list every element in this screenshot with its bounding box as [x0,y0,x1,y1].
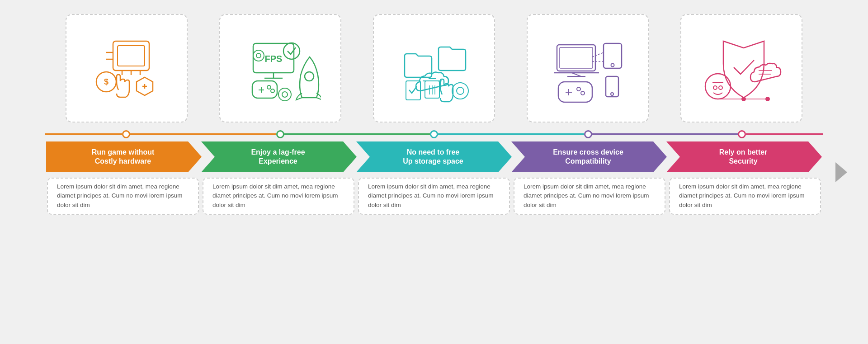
svg-rect-37 [560,47,593,68]
svg-point-47 [581,91,585,95]
svg-text:FPS: FPS [265,54,283,64]
desc-text-5: Lorem ipsum dolor sit dim amet, mea regi… [679,183,805,209]
line-1a [45,133,122,135]
card-1: $ [50,14,203,123]
line-5b [746,133,823,135]
svg-point-24 [283,43,300,59]
arrow-title-3b: Up storage space [403,157,463,165]
arrow-text-2: Enjoy a lag-free Experience [246,148,311,166]
dot-1 [122,130,130,138]
svg-point-21 [305,72,314,81]
svg-point-46 [577,87,580,91]
cards-row: $ FPS [14,14,854,123]
desc-text-4: Lorem ipsum dolor sit dim amet, mea regi… [524,183,649,209]
desc-text-3: Lorem ipsum dolor sit dim amet, mea regi… [368,183,494,209]
card-4 [511,14,665,123]
descriptions-row: Lorem ipsum dolor sit dim amet, mea regi… [45,178,823,215]
line-3 [438,133,584,135]
desc-text-2: Lorem ipsum dolor sit dim amet, mea regi… [212,183,338,209]
card-2: FPS [203,14,357,123]
icon-lagfree: FPS [240,28,321,109]
desc-box-3: Lorem ipsum dolor sit dim amet, mea regi… [358,178,510,215]
arrow-banner-1: Run game without Costly hardware [46,141,202,172]
icon-security [701,28,782,109]
icon-box-1: $ [66,14,188,123]
triangle-indicator [835,162,847,182]
arrow-title-5b: Security [729,157,757,165]
icon-hardware: $ [86,28,167,109]
arrow-title-4b: Compatibility [565,157,611,165]
dot-5 [738,130,746,138]
arrow-banner-3: No need to free Up storage space [356,141,512,172]
card-3 [357,14,511,123]
dot-3 [430,130,438,138]
svg-text:$: $ [104,77,108,86]
connectors-row [45,127,823,141]
icon-storage [393,28,475,109]
svg-point-28 [457,87,464,94]
arrow-banner-4: Ensure cross device Compatibility [511,141,667,172]
svg-point-60 [765,97,770,101]
line-1b [130,133,276,135]
svg-rect-36 [557,45,595,71]
icon-box-5 [680,14,802,123]
svg-rect-50 [606,76,618,97]
desc-box-4: Lorem ipsum dolor sit dim amet, mea regi… [514,178,665,215]
desc-box-2: Lorem ipsum dolor sit dim amet, mea regi… [203,178,354,215]
arrow-text-5: Rely on better Security [715,148,774,166]
triangle-arrow [835,162,847,182]
line-4 [592,133,738,135]
line-2 [284,133,430,135]
desc-box-1: Lorem ipsum dolor sit dim amet, mea regi… [47,178,199,215]
arrow-banner-2: Enjoy a lag-free Experience [201,141,357,172]
svg-point-22 [253,50,264,61]
svg-point-23 [256,53,261,58]
arrow-text-3: No need to free Up storage space [398,148,469,166]
icon-box-3 [373,14,495,123]
arrow-title-5: Rely on better [719,148,768,156]
icon-crossdevice [547,28,628,109]
arrow-text-4: Ensure cross device Compatibility [548,148,630,166]
icon-box-2: FPS [219,14,341,123]
arrow-text-1: Run game without Costly hardware [87,148,161,166]
arrow-banner-5: Rely on better Security [666,141,822,172]
arrow-title-1b: Costly hardware [95,157,151,165]
svg-rect-43 [558,82,592,102]
icon-box-4 [527,14,649,123]
arrow-title-1: Run game without [92,148,155,156]
svg-line-48 [592,52,604,57]
dot-2 [276,130,284,138]
dot-4 [584,130,592,138]
svg-point-51 [611,93,613,95]
svg-rect-41 [604,43,622,68]
desc-box-5: Lorem ipsum dolor sit dim amet, mea regi… [669,178,821,215]
svg-point-20 [271,89,274,93]
card-5 [665,14,818,123]
svg-point-26 [282,92,288,97]
arrow-title-3: No need to free [407,148,459,156]
svg-point-52 [705,74,731,99]
svg-point-19 [267,85,271,89]
arrows-row: Run game without Costly hardware Enjoy a… [45,141,823,172]
svg-point-55 [719,86,722,90]
arrow-title-4: Ensure cross device [553,148,623,156]
svg-point-25 [278,88,291,101]
desc-text-1: Lorem ipsum dolor sit dim amet, mea regi… [57,183,183,209]
svg-rect-1 [118,46,145,66]
arrow-title-2: Enjoy a lag-free [251,148,305,156]
svg-point-42 [611,63,614,66]
infographic: $ FPS [14,14,854,330]
svg-point-54 [713,86,717,90]
arrow-title-2b: Experience [259,157,297,165]
svg-point-27 [452,83,468,99]
